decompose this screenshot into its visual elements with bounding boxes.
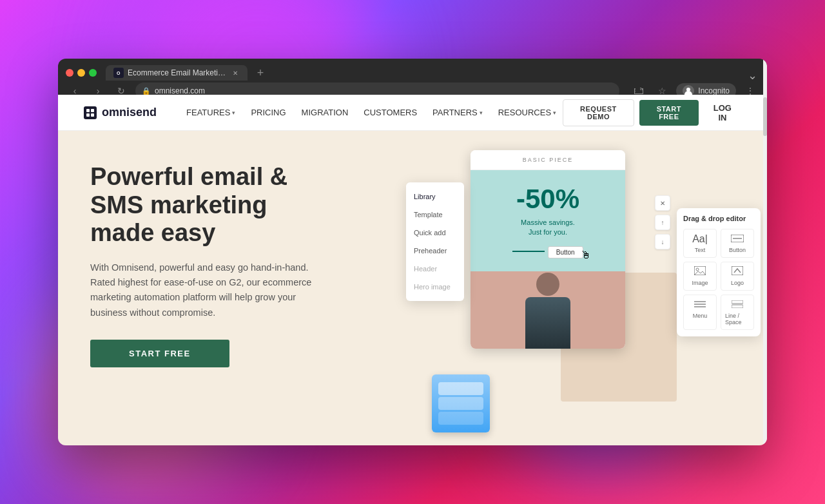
browser-scrollbar[interactable] xyxy=(763,59,767,445)
email-hero-block: -50% Massive savings. Just for you. Butt… xyxy=(471,170,625,271)
panel-item-quick-add[interactable]: Quick add xyxy=(406,224,464,242)
maximize-button[interactable] xyxy=(89,69,97,77)
model-silhouette xyxy=(525,273,570,349)
dnd-item-menu[interactable]: Menu xyxy=(683,295,717,330)
dnd-item-button[interactable]: Button xyxy=(721,229,754,258)
nav-migration[interactable]: MIGRATION xyxy=(295,104,355,121)
traffic-lights xyxy=(66,69,97,77)
request-demo-button[interactable]: REQUEST DEMO xyxy=(563,99,634,126)
move-up-button[interactable]: ↑ xyxy=(655,215,670,230)
button-icon xyxy=(731,233,744,245)
panel-item-library[interactable]: Library xyxy=(406,188,464,206)
svg-rect-5 xyxy=(86,113,90,117)
delete-arrow-button[interactable]: ✕ xyxy=(655,195,670,211)
panel-item-template[interactable]: Template xyxy=(406,206,464,224)
logo-icon xyxy=(732,266,743,278)
url-text: omnisend.com xyxy=(155,86,205,95)
site-nav: omnisend FEATURES ▾ PRICING MIGRATION CU… xyxy=(58,95,767,131)
collapse-button[interactable]: ⌄ xyxy=(748,68,757,82)
email-tagline: Massive savings. Just for you. xyxy=(481,218,615,238)
move-down-button[interactable]: ↓ xyxy=(655,234,670,249)
website-content: omnisend FEATURES ▾ PRICING MIGRATION CU… xyxy=(58,95,767,445)
email-button-area: Button 🖱 xyxy=(481,246,615,258)
editor-left-panel: Library Template Quick add Preheader Hea… xyxy=(406,182,464,301)
jeans-item-2 xyxy=(438,397,483,410)
hero-text-content: Powerful email & SMS marketing made easy… xyxy=(58,131,367,393)
tab-title: Ecommerce Email Marketing a... xyxy=(128,68,227,77)
nav-partners[interactable]: PARTNERS ▾ xyxy=(426,104,489,121)
nav-links: FEATURES ▾ PRICING MIGRATION CUSTOMERS P… xyxy=(180,104,563,121)
svg-rect-16 xyxy=(732,305,743,308)
svg-rect-3 xyxy=(86,109,90,112)
svg-rect-11 xyxy=(732,266,743,275)
start-free-button[interactable]: START FREE xyxy=(639,100,699,126)
dnd-grid: Aa| Text Button xyxy=(683,229,754,330)
incognito-label: Incognito xyxy=(698,86,730,95)
svg-point-10 xyxy=(696,268,699,271)
editor-arrows: ✕ ↑ ↓ xyxy=(655,195,670,249)
svg-rect-6 xyxy=(91,113,94,117)
panel-item-preheader[interactable]: Preheader xyxy=(406,242,464,260)
chevron-down-icon: ▾ xyxy=(553,110,556,116)
dnd-item-line[interactable]: Line / Space xyxy=(721,295,754,330)
dnd-item-text[interactable]: Aa| Text xyxy=(683,229,717,258)
cursor-icon: 🖱 xyxy=(581,249,591,261)
menu-icon xyxy=(694,299,706,311)
panel-item-hero-image[interactable]: Hero image xyxy=(406,278,464,296)
new-tab-button[interactable]: + xyxy=(251,64,269,82)
minimize-button[interactable] xyxy=(77,69,85,77)
email-discount-text: -50% xyxy=(481,186,615,213)
jeans-item-1 xyxy=(438,382,483,395)
svg-rect-15 xyxy=(732,300,743,304)
email-cta-button[interactable]: Button xyxy=(548,246,583,258)
nav-customers[interactable]: CUSTOMERS xyxy=(357,104,423,121)
logo-icon xyxy=(84,106,97,119)
jeans-stack xyxy=(438,382,483,425)
logo-area[interactable]: omnisend xyxy=(84,106,157,119)
active-tab[interactable]: O Ecommerce Email Marketing a... ✕ xyxy=(106,65,248,81)
dnd-item-image[interactable]: Image xyxy=(683,262,717,291)
email-brand-name: BASIC PIECE xyxy=(471,150,625,170)
line-icon xyxy=(732,299,743,311)
drag-drop-panel: Drag & drop editor Aa| Text xyxy=(677,208,761,336)
hero-title: Powerful email & SMS marketing made easy xyxy=(90,163,335,247)
browser-chrome: O Ecommerce Email Marketing a... ✕ + ‹ ›… xyxy=(58,59,767,95)
tab-close-button[interactable]: ✕ xyxy=(231,68,240,77)
chevron-down-icon: ▾ xyxy=(480,110,483,116)
browser-window: O Ecommerce Email Marketing a... ✕ + ‹ ›… xyxy=(58,59,767,445)
nav-pricing[interactable]: PRICING xyxy=(244,104,292,121)
image-icon xyxy=(694,266,706,278)
email-model-image xyxy=(471,271,625,349)
svg-rect-4 xyxy=(91,109,94,112)
jeans-product-image xyxy=(432,374,490,432)
login-button[interactable]: LOG IN xyxy=(704,98,741,128)
text-icon: Aa| xyxy=(692,233,708,245)
lock-icon: 🔒 xyxy=(142,87,151,95)
nav-cta: REQUEST DEMO START FREE LOG IN xyxy=(563,98,741,128)
dnd-panel-title: Drag & drop editor xyxy=(683,215,754,222)
nav-features[interactable]: FEATURES ▾ xyxy=(180,104,242,121)
close-button[interactable] xyxy=(66,69,73,77)
dnd-item-logo[interactable]: Logo xyxy=(721,262,754,291)
hero-illustration: Library Template Quick add Preheader Hea… xyxy=(393,131,767,445)
model-body xyxy=(525,297,570,349)
svg-text:O: O xyxy=(117,71,121,75)
nav-resources[interactable]: RESOURCES ▾ xyxy=(492,104,563,121)
email-preview-card: BASIC PIECE -50% Massive savings. Just f… xyxy=(471,150,625,349)
jeans-item-3 xyxy=(438,412,483,425)
email-divider xyxy=(512,251,545,252)
desktop-background: O Ecommerce Email Marketing a... ✕ + ‹ ›… xyxy=(0,0,825,504)
scrollbar-thumb[interactable] xyxy=(763,97,767,136)
chevron-down-icon: ▾ xyxy=(232,110,235,116)
model-head xyxy=(536,273,559,296)
logo-text: omnisend xyxy=(102,106,157,119)
tab-favicon: O xyxy=(113,68,124,78)
tab-bar: O Ecommerce Email Marketing a... ✕ + xyxy=(58,59,767,82)
editor-mockup: Library Template Quick add Preheader Hea… xyxy=(393,144,767,445)
hero-start-free-button[interactable]: START FREE xyxy=(90,340,229,367)
panel-item-header[interactable]: Header xyxy=(406,260,464,278)
hero-subtitle: With Omnisend, powerful and easy go hand… xyxy=(90,260,335,320)
hero-section: Powerful email & SMS marketing made easy… xyxy=(58,131,767,445)
